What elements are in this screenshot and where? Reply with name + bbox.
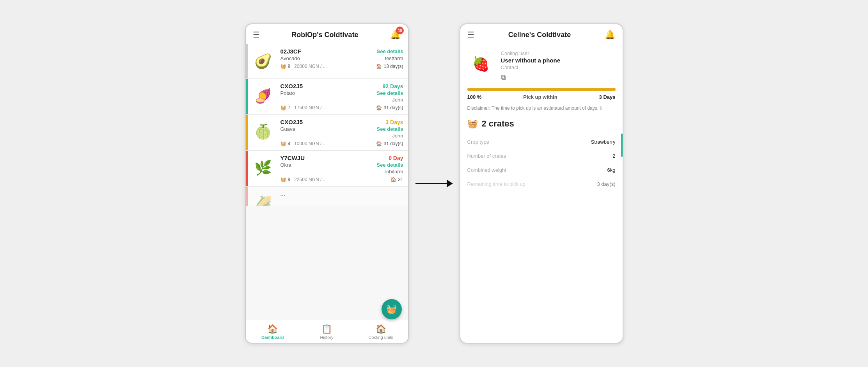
- list-item[interactable]: 🍠 CXO2J5 92 Days Potato See details John: [246, 79, 408, 115]
- item-owner: John: [392, 97, 403, 103]
- combined-weight-value: 6kg: [549, 163, 616, 177]
- list-item[interactable]: 🥑 02J3CF See details Avocado testfarm 🧺 …: [246, 44, 408, 79]
- item-code: CXO2J5: [280, 119, 303, 125]
- phone-left: ☰ RobiOp's Coldtivate 🔔 18 🥑 02J3CF See …: [245, 23, 409, 344]
- arrow-head: [447, 180, 453, 187]
- item-storage: 🏠 31 day(s): [376, 141, 403, 146]
- cooling-units-icon: 🏠: [376, 324, 386, 334]
- item-content: CXO2J5 3 Days Guava See details John 🧺 4: [280, 115, 408, 150]
- num-crates-label: Number of crates: [467, 149, 549, 163]
- left-header-title: RobiOp's Coldtivate: [291, 31, 358, 39]
- fruit-emoji: 🥑: [251, 49, 276, 74]
- right-bell-icon[interactable]: 🔔: [605, 30, 615, 40]
- nav-cooling-units[interactable]: 🏠 Cooling units: [354, 324, 408, 340]
- right-menu-icon[interactable]: ☰: [467, 30, 474, 39]
- user-section: 🍓 Cooling user User without a phone Cont…: [467, 50, 616, 82]
- crate-icon: 🧺: [280, 177, 286, 182]
- item-crate-count: 🧺 4: [280, 141, 291, 146]
- item-see-details[interactable]: See details: [377, 90, 403, 96]
- crop-type-label: Crop type: [467, 135, 549, 149]
- disclaimer-text: Disclaimer: The time to pick up is an es…: [467, 105, 599, 112]
- user-info: Cooling user User without a phone Contac…: [501, 50, 616, 82]
- item-storage: 🏠 31 day(s): [376, 105, 403, 110]
- nav-history[interactable]: 📋 History: [300, 324, 354, 340]
- fruit-emoji: 🍠: [251, 84, 276, 109]
- progress-labels: 100 % Pick up within 3 Days: [467, 94, 616, 100]
- storage-icon: 🏠: [376, 141, 382, 146]
- storage-icon: 🏠: [376, 64, 382, 69]
- item-see-details[interactable]: See details: [377, 48, 403, 54]
- item-storage: 🏠 31: [391, 177, 403, 182]
- item-crate-count: 🧺 9: [280, 177, 291, 182]
- crate-icon: 🧺: [280, 141, 286, 146]
- fruit-emoji: 🍈: [251, 119, 276, 144]
- progress-days: 3 Days: [599, 94, 616, 100]
- item-crop: Guava: [280, 126, 295, 132]
- item-days: 92 Days: [383, 83, 403, 89]
- num-crates-value: 2: [549, 149, 616, 163]
- item-days: 0 Day: [389, 155, 403, 161]
- nav-cooling-label: Cooling units: [368, 335, 393, 340]
- outer-wrapper: ☰ RobiOp's Coldtivate 🔔 18 🥑 02J3CF See …: [0, 0, 868, 367]
- info-icon[interactable]: ℹ: [600, 105, 602, 112]
- bottom-nav: 🏠 Dashboard 📋 History 🏠 Cooling units: [246, 320, 408, 343]
- notification-button[interactable]: 🔔 18: [390, 30, 401, 40]
- copy-icon[interactable]: ⧉: [501, 73, 506, 81]
- nav-dashboard[interactable]: 🏠 Dashboard: [246, 324, 300, 340]
- fruit-emoji: 🌽: [251, 191, 276, 206]
- user-contact: Contact: [501, 64, 616, 70]
- dashboard-icon: 🏠: [267, 324, 278, 334]
- phone-right: ☰ Celine's Coldtivate 🔔 🍓 Cooling user U…: [460, 23, 623, 344]
- progress-mid-label: Pick up within: [523, 94, 557, 100]
- item-days: 3 Days: [385, 119, 403, 125]
- item-crate-count: 🧺 8: [280, 64, 291, 69]
- history-icon: 📋: [321, 324, 332, 334]
- item-price: 20000 NGN / ...: [294, 64, 372, 69]
- crate-icon: 🧺: [280, 105, 286, 110]
- item-crop: Potato: [280, 90, 295, 96]
- item-code: CXO2J5: [280, 83, 303, 89]
- right-header-title: Celine's Coldtivate: [508, 31, 571, 39]
- list-item[interactable]: 🌿 Y7CWJU 0 Day Okra See details robifarm: [246, 151, 408, 187]
- item-content: ...: [280, 187, 408, 206]
- item-price: 22500 NGN / ...: [294, 177, 387, 182]
- right-header: ☰ Celine's Coldtivate 🔔: [460, 24, 623, 44]
- item-see-details[interactable]: See details: [377, 162, 403, 168]
- fab-button[interactable]: 🧺: [382, 299, 402, 319]
- item-content: Y7CWJU 0 Day Okra See details robifarm 🧺…: [280, 151, 408, 186]
- detail-row-weight: Combined weight 6kg: [467, 163, 616, 177]
- item-price: 17500 NGN / ...: [294, 105, 372, 110]
- progress-bar-background: [467, 88, 616, 91]
- item-see-details[interactable]: See details: [377, 126, 403, 132]
- item-image: 🍠: [251, 84, 276, 109]
- arrow-container: [409, 180, 460, 187]
- left-header: ☰ RobiOp's Coldtivate 🔔 18: [246, 24, 408, 44]
- list-item[interactable]: 🌽 ...: [246, 187, 408, 206]
- list-item[interactable]: 🍈 CXO2J5 3 Days Guava See details John: [246, 115, 408, 151]
- nav-history-label: History: [320, 335, 333, 340]
- partial-row: Remaining time to pick up 3 day(s): [467, 177, 616, 191]
- item-storage: 🏠 13 day(s): [376, 64, 403, 69]
- user-name: User without a phone: [501, 57, 616, 64]
- combined-weight-label: Combined weight: [467, 163, 549, 177]
- strawberry-emoji: 🍓: [467, 50, 495, 78]
- item-image: 🥑: [251, 49, 276, 74]
- remaining-time-value: 3 day(s): [597, 181, 616, 187]
- item-image: 🌿: [251, 155, 276, 180]
- item-crate-count: 🧺 7: [280, 105, 291, 110]
- item-image: 🍈: [251, 119, 276, 144]
- item-code: Y7CWJU: [280, 155, 305, 161]
- detail-row-crop: Crop type Strawberry: [467, 135, 616, 149]
- accent-bar: [246, 151, 248, 186]
- item-owner: John: [392, 133, 403, 139]
- menu-icon[interactable]: ☰: [253, 30, 260, 39]
- user-role: Cooling user: [501, 50, 616, 56]
- crates-heading: 🧺 2 crates: [467, 119, 616, 129]
- item-content: CXO2J5 92 Days Potato See details John 🧺…: [280, 79, 408, 114]
- progress-section: 100 % Pick up within 3 Days: [467, 88, 616, 100]
- storage-icon: 🏠: [376, 105, 382, 110]
- item-price: 10000 NGN / ...: [294, 141, 372, 146]
- detail-table: Crop type Strawberry Number of crates 2 …: [467, 135, 616, 177]
- item-crop: Avocado: [280, 55, 300, 61]
- storage-icon: 🏠: [391, 177, 396, 182]
